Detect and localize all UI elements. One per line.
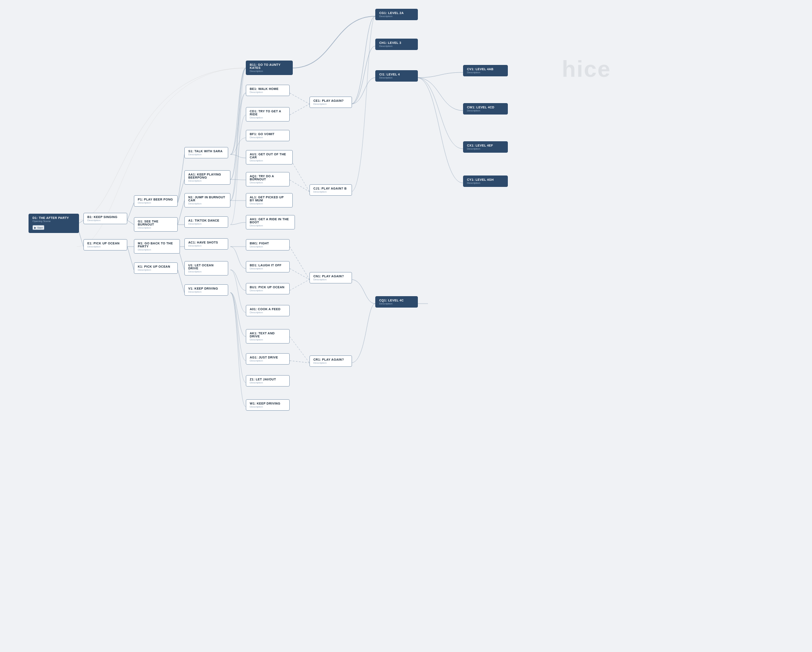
node-M1[interactable]: M1: GO BACK TO THE PARTY Description <box>134 239 180 254</box>
node-CI1[interactable]: CI1: Level 4 Description <box>375 70 418 82</box>
node-AC1[interactable]: AC1: HAVE SHOTS Description <box>184 238 228 250</box>
node-CG1[interactable]: CG1: Level 2A Description <box>375 9 418 20</box>
node-K1[interactable]: K1: PICK UP OCEAN Description <box>134 262 178 274</box>
node-CW1[interactable]: CW1: LEVEL 4CD Description <box>463 103 508 115</box>
node-CE1[interactable]: CE1: Play again? Description <box>309 97 352 108</box>
node-CH1[interactable]: CH1: Level 3 Description <box>375 39 418 50</box>
svg-line-12 <box>178 270 184 293</box>
svg-line-14 <box>290 93 309 104</box>
svg-line-21 <box>290 337 309 363</box>
svg-line-2 <box>127 203 134 220</box>
svg-line-19 <box>290 279 309 290</box>
svg-line-20 <box>290 361 309 363</box>
node-AQ1[interactable]: AQ1: TRY DO A BURNOUT Description <box>246 172 290 186</box>
node-CV1[interactable]: CV1: LEVEL 4AB Description <box>463 65 508 76</box>
svg-line-17 <box>290 247 309 279</box>
node-BF1[interactable]: BF1: GO VOMIT Description <box>246 130 290 141</box>
node-N1[interactable]: N1: JUMP IN BURNOUT CAR Description <box>184 193 230 208</box>
flow-canvas: D1: The After Party Opening Scene ▶ Star… <box>0 0 812 652</box>
node-BD1[interactable]: BD1: LAUGH IT OFF Description <box>246 261 290 272</box>
start-button[interactable]: ▶ Start <box>32 225 44 230</box>
node-A1[interactable]: A1: TIKTOK DANCE Description <box>184 216 228 228</box>
hice-label: hice <box>562 56 611 82</box>
node-D1[interactable]: D1: The After Party Opening Scene ▶ Star… <box>29 214 79 233</box>
node-B1[interactable]: B1: KEEP SINGING Description <box>83 213 127 224</box>
node-CD1[interactable]: CD1: TRY TO GET A RIDE Description <box>246 107 290 122</box>
node-CY1[interactable]: CY1: LEVEL 4GH Description <box>463 176 508 187</box>
node-U1[interactable]: U1: LET OCEAN DRIVE Description <box>184 261 228 276</box>
node-CX1[interactable]: CX1: LEVEL 4EF Description <box>463 141 508 153</box>
node-S1[interactable]: S1: TALK WITH SARA Description <box>184 147 228 158</box>
node-B11[interactable]: B11: GO TO AUNTY KATES Description <box>246 61 293 75</box>
node-AL1[interactable]: AL1: GET PICKED UP BY MUM Description <box>246 193 293 208</box>
node-G1[interactable]: G1: SEE THE BURNOUT Description <box>134 217 178 232</box>
node-AA1[interactable]: AA1: KEEP PLAYING BEERPONG Description <box>184 170 230 185</box>
node-AU1[interactable]: AU1: GET OUT OF THE CAR Description <box>246 150 293 165</box>
svg-line-7 <box>178 179 184 203</box>
node-AG1[interactable]: AG1: JUST DRIVE Description <box>246 353 290 365</box>
node-AH1[interactable]: AH1: GET A RIDE IN THE BOOT Description <box>246 215 295 229</box>
connections-svg <box>0 0 812 652</box>
svg-line-15 <box>290 180 309 192</box>
svg-line-18 <box>290 269 309 279</box>
node-CQ1[interactable]: CQ1: Level 4C Description <box>375 296 418 308</box>
node-BW1[interactable]: BW1: FIGHT Description <box>246 239 290 251</box>
node-A01[interactable]: A01: COOK A FEED Description <box>246 305 290 316</box>
node-CR1[interactable]: CR1: Play again? Description <box>309 355 352 367</box>
svg-line-8 <box>178 201 184 225</box>
node-CJ1[interactable]: CJ1: Play again? B Description <box>309 184 352 196</box>
node-CN1[interactable]: CN1: Play again? Description <box>309 272 352 283</box>
svg-line-3 <box>127 220 134 225</box>
node-AK1[interactable]: AK1: TEXT AND DRIVE Description <box>246 329 290 344</box>
svg-line-13 <box>290 104 309 115</box>
node-E1[interactable]: E1: PICK UP OCEAN Description <box>83 239 127 251</box>
node-BE1[interactable]: BE1: WALK HOME Description <box>246 85 290 96</box>
node-V1[interactable]: V1: KEEP DRIVING Description <box>184 284 228 296</box>
node-W1[interactable]: W1: KEEP DRIVING Description <box>246 399 290 411</box>
svg-line-5 <box>127 247 134 270</box>
node-BU1[interactable]: BU1: PICK UP OCEAN Description <box>246 283 290 294</box>
node-P1[interactable]: P1: PLAY BEER PONG Description <box>134 195 178 207</box>
node-Z1[interactable]: Z1: LET JAI/OUT Description <box>246 375 290 387</box>
svg-line-6 <box>178 154 184 203</box>
